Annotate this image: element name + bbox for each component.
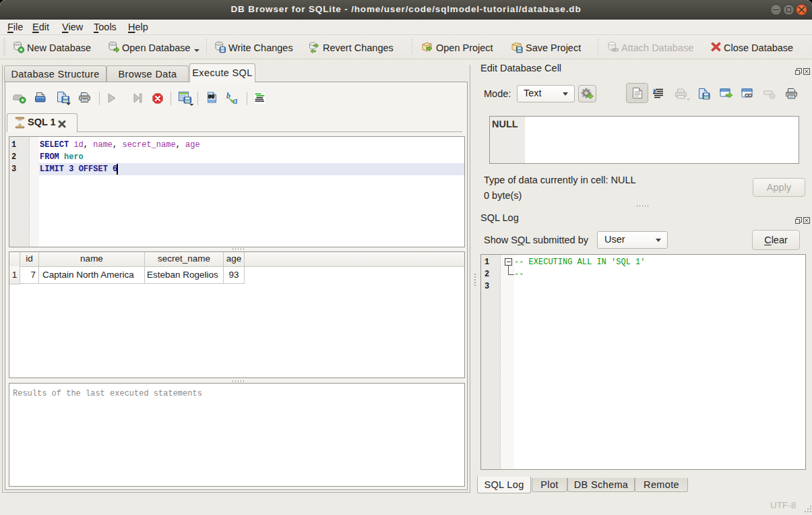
svg-text:a: a — [233, 96, 238, 104]
